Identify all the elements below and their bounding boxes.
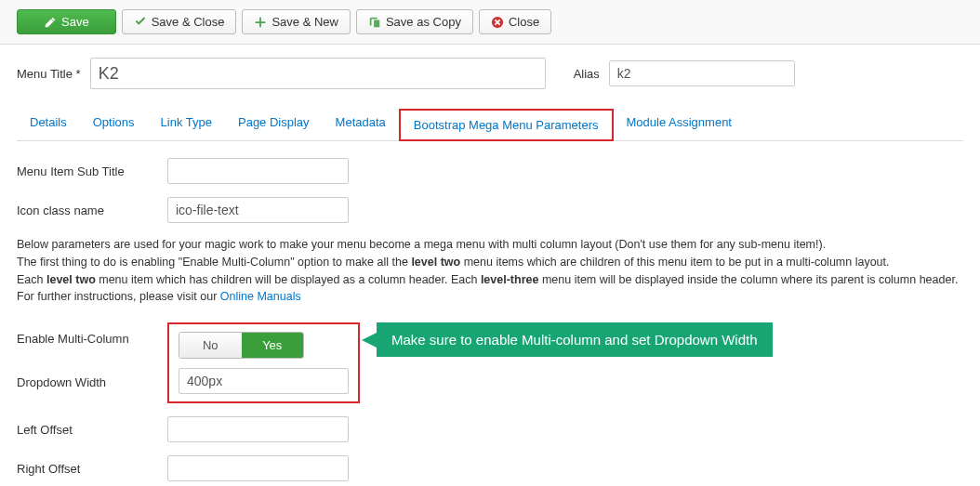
desc-line2a: The first thing to do is enabling "Enabl… (17, 256, 411, 269)
close-label: Close (509, 15, 539, 29)
online-manuals-link[interactable]: Online Manuals (220, 290, 301, 303)
right-offset-label: Right Offset (17, 462, 167, 476)
left-offset-label: Left Offset (17, 423, 167, 437)
edit-icon (44, 16, 57, 29)
tab-page-display[interactable]: Page Display (225, 108, 323, 140)
save-button[interactable]: Save (17, 9, 116, 34)
form-area: Menu Title * Alias Details Options Link … (0, 45, 980, 486)
desc-line2b: level two (411, 256, 460, 269)
dropdown-width-label: Dropdown Width (17, 375, 167, 389)
check-icon (134, 16, 147, 29)
enable-multi-toggle[interactable]: No Yes (179, 332, 304, 359)
tab-bootstrap-mega-menu[interactable]: Bootstrap Mega Menu Parameters (399, 109, 614, 141)
subtitle-label: Menu Item Sub Title (17, 164, 167, 178)
save-close-button[interactable]: Save & Close (122, 9, 237, 34)
toggle-yes[interactable]: Yes (242, 333, 304, 358)
title-row: Menu Title * Alias (17, 58, 963, 89)
desc-line1: Below parameters are used for your magic… (17, 238, 826, 251)
alias-label: Alias (574, 67, 600, 81)
callout-box: Make sure to enable Multi-column and set… (377, 322, 773, 357)
highlight-section: Enable Multi-Column Dropdown Width No Ye… (17, 322, 963, 403)
right-offset-input[interactable] (167, 455, 349, 481)
left-offset-row: Left Offset (17, 416, 963, 442)
tab-details[interactable]: Details (17, 108, 80, 140)
close-icon (491, 16, 504, 29)
tab-module-assignment[interactable]: Module Assignment (614, 108, 745, 140)
tab-options[interactable]: Options (80, 108, 148, 140)
desc-line3b: level two (46, 273, 96, 286)
save-new-button[interactable]: Save & New (242, 9, 351, 34)
menu-title-label: Menu Title * (17, 67, 81, 81)
save-label: Save (61, 15, 89, 29)
save-copy-label: Save as Copy (386, 15, 461, 29)
left-offset-input[interactable] (167, 416, 349, 442)
save-copy-button[interactable]: Save as Copy (356, 9, 473, 34)
callout-arrow-icon (362, 333, 377, 348)
tab-metadata[interactable]: Metadata (323, 108, 399, 140)
desc-line3e: menu item will be displayed inside the c… (538, 273, 958, 286)
highlight-labels: Enable Multi-Column Dropdown Width (17, 322, 167, 389)
save-close-label: Save & Close (152, 15, 225, 29)
toolbar: Save Save & Close Save & New Save as Cop… (0, 0, 980, 45)
desc-line3d: level-three (481, 273, 539, 286)
copy-icon (368, 16, 381, 29)
callout-wrap: Make sure to enable Multi-column and set… (367, 322, 773, 357)
menu-title-input[interactable] (90, 58, 546, 89)
dropdown-width-input[interactable] (179, 368, 349, 394)
enable-multi-label: Enable Multi-Column (17, 332, 129, 346)
iconclass-input[interactable] (167, 197, 349, 223)
tabs: Details Options Link Type Page Display M… (17, 108, 963, 141)
iconclass-row: Icon class name (17, 197, 963, 223)
right-offset-row: Right Offset (17, 455, 963, 481)
desc-line3a: Each (17, 273, 46, 286)
desc-line3c: menu item which has children will be dis… (96, 273, 481, 286)
close-button[interactable]: Close (479, 9, 551, 34)
tab-link-type[interactable]: Link Type (148, 108, 225, 140)
desc-line4a: For further instructions, please visit o… (17, 290, 220, 303)
subtitle-row: Menu Item Sub Title (17, 158, 963, 184)
description-text: Below parameters are used for your magic… (17, 236, 963, 306)
toggle-no[interactable]: No (179, 333, 242, 358)
subtitle-input[interactable] (167, 158, 349, 184)
save-new-label: Save & New (271, 15, 338, 29)
plus-icon (254, 16, 267, 29)
alias-input[interactable] (609, 60, 795, 86)
desc-line2c: menu items which are children of this me… (460, 256, 889, 269)
iconclass-label: Icon class name (17, 204, 167, 217)
highlight-box: No Yes (167, 322, 360, 403)
